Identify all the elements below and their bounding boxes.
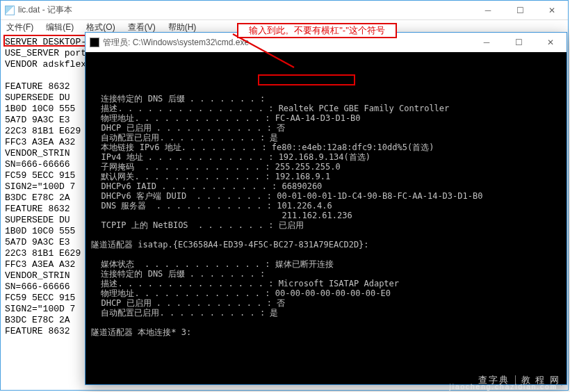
- highlight-box-mac-address: [258, 74, 355, 85]
- maximize-button[interactable]: ☐: [503, 33, 535, 52]
- cmd-line: DHCP 已启用 . . . . . . . . . . . : 否: [91, 298, 561, 308]
- cmd-line: IPv4 地址 . . . . . . . . . . . . : 192.16…: [91, 152, 561, 162]
- cmd-icon: [90, 38, 99, 47]
- cmd-window: 管理员: C:\Windows\system32\cmd.exe ─ ☐ ✕ 输…: [85, 32, 567, 385]
- cmd-line: 211.162.61.236: [91, 211, 561, 220]
- cmd-line: 子网掩码 . . . . . . . . . . . . : 255.255.2…: [91, 162, 561, 172]
- watermark-url: jiaocheng.chazidian.com: [449, 383, 557, 391]
- cmd-line: 默认网关. . . . . . . . . . . . . : 192.168.…: [91, 172, 561, 181]
- cmd-line: 连接特定的 DNS 后缀 . . . . . . . :: [91, 269, 561, 279]
- close-button[interactable]: ✕: [535, 33, 567, 52]
- cmd-line: 物理地址. . . . . . . . . . . . . : 00-00-00…: [91, 288, 561, 298]
- cmd-line: [91, 230, 561, 240]
- cmd-window-controls: ─ ☐ ✕: [471, 33, 567, 52]
- cmd-line: [91, 318, 561, 327]
- cmd-output-area[interactable]: 输入到此。不要有横杠"-"这个符号 连接特定的 DNS 后缀 . . . . .…: [86, 52, 567, 384]
- cmd-line: 本地链接 IPv6 地址. . . . . . . . : fe80::e4eb…: [91, 142, 561, 152]
- cmd-line: 描述. . . . . . . . . . . . . . . : Realte…: [91, 104, 561, 113]
- notepad-window-controls: ─ ☐ ✕: [472, 1, 568, 20]
- cmd-line: DHCPv6 客户端 DUID . . . . . . . : 00-01-00…: [91, 191, 561, 201]
- maximize-button[interactable]: ☐: [504, 1, 536, 20]
- minimize-button[interactable]: ─: [472, 1, 504, 20]
- annotation-text: 输入到此。不要有横杠"-"这个符号: [249, 26, 385, 35]
- cmd-line: 媒体状态 . . . . . . . . . . . . : 媒体已断开连接: [91, 259, 561, 269]
- cmd-line: DHCP 已启用 . . . . . . . . . . . : 否: [91, 123, 561, 133]
- menu-file[interactable]: 文件(F): [3, 20, 36, 35]
- notepad-title: lic.dat - 记事本: [18, 4, 472, 16]
- cmd-line: [91, 250, 561, 259]
- cmd-line: 隧道适配器 isatap.{EC3658A4-ED39-4F5C-BC27-83…: [91, 240, 561, 250]
- notepad-titlebar[interactable]: lic.dat - 记事本 ─ ☐ ✕: [1, 1, 568, 20]
- cmd-line: 自动配置已启用. . . . . . . . . . : 是: [91, 308, 561, 318]
- annotation-callout: 输入到此。不要有横杠"-"这个符号: [237, 23, 397, 38]
- cmd-title: 管理员: C:\Windows\system32\cmd.exe: [103, 37, 471, 49]
- cmd-line: 物理地址. . . . . . . . . . . . . : FC-AA-14…: [91, 113, 561, 123]
- notepad-file-icon: [5, 6, 15, 15]
- cmd-line: [91, 337, 561, 347]
- cmd-line: 自动配置已启用. . . . . . . . . . : 是: [91, 133, 561, 142]
- menu-edit[interactable]: 编辑(E): [43, 20, 76, 35]
- minimize-button[interactable]: ─: [471, 33, 503, 52]
- cmd-line: 隧道适配器 本地连接* 3:: [91, 327, 561, 337]
- cmd-line: 连接特定的 DNS 后缀 . . . . . . . :: [91, 94, 561, 104]
- cmd-line: 描述. . . . . . . . . . . . . . . : Micros…: [91, 279, 561, 288]
- close-button[interactable]: ✕: [536, 1, 568, 20]
- cmd-line: TCPIP 上的 NetBIOS . . . . . . . : 已启用: [91, 220, 561, 230]
- cmd-line: DNS 服务器 . . . . . . . . . . . : 101.226.…: [91, 201, 561, 211]
- watermark: 查字典 教 程 网 jiaocheng.chazidian.com: [478, 374, 560, 386]
- cmd-line: DHCPv6 IAID . . . . . . . . . . . : 6689…: [91, 181, 561, 191]
